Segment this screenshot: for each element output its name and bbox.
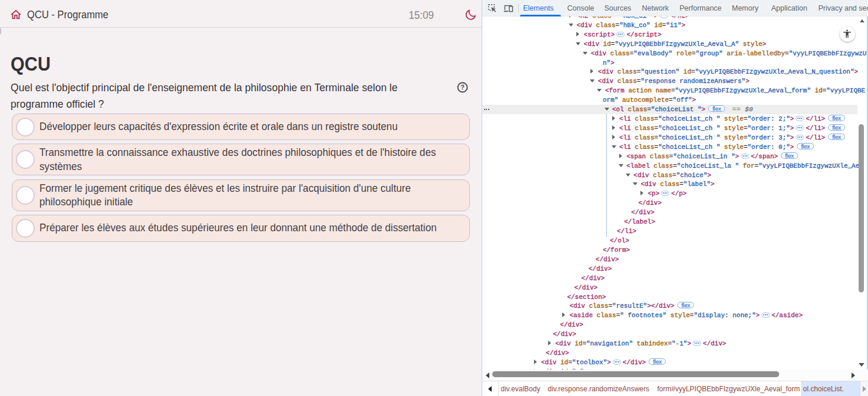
svg-text:?: ? (460, 84, 465, 91)
